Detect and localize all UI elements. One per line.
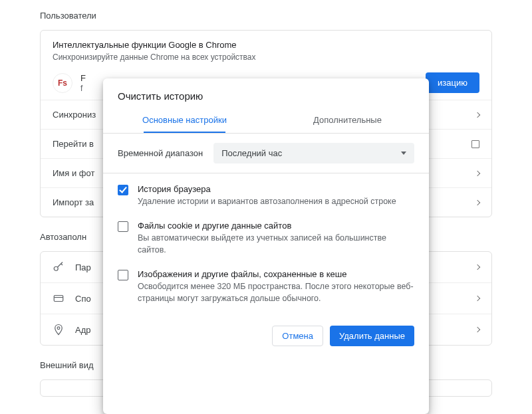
opt-cache-title: Изображения и другие файлы, сохраненные … [138, 269, 414, 279]
key-icon [53, 261, 75, 273]
svg-rect-1 [54, 296, 63, 302]
time-range-label: Временной диапазон [118, 148, 203, 158]
clear-data-button[interactable]: Удалить данные [330, 326, 414, 346]
time-range-select[interactable]: Последний час [213, 143, 414, 163]
checkbox-cookies[interactable] [118, 221, 128, 232]
chevron-right-icon [475, 199, 480, 205]
opt-history-title: История браузера [138, 184, 396, 194]
card-icon [53, 292, 75, 304]
tab-basic[interactable]: Основные настройки [103, 108, 266, 133]
svg-point-0 [54, 266, 58, 270]
options-list: История браузера Удаление истории и вари… [103, 173, 429, 320]
chevron-right-icon [475, 296, 480, 301]
time-range-value: Последний час [221, 148, 282, 158]
cancel-button[interactable]: Отмена [272, 326, 323, 346]
avatar: Fs [53, 73, 72, 93]
svg-point-2 [57, 327, 60, 330]
intro-title: Интеллектуальные функции Google в Chrome [53, 40, 479, 50]
option-cache: Изображения и другие файлы, сохраненные … [118, 269, 414, 304]
dialog-actions: Отмена Удалить данные [103, 326, 429, 361]
enable-sync-button[interactable]: изацию [426, 72, 479, 93]
chevron-right-icon [475, 112, 480, 117]
pin-icon [53, 324, 75, 336]
intro-subtitle: Синхронизируйте данные Chrome на всех ус… [53, 52, 479, 62]
chevron-right-icon [475, 170, 480, 175]
opt-cookies-desc: Вы автоматически выйдете из учетных запи… [138, 232, 414, 256]
dialog-title: Очистить историю [103, 78, 429, 108]
dialog-tabs: Основные настройки Дополнительные [103, 108, 429, 134]
intro-block: Интеллектуальные функции Google в Chrome… [41, 31, 491, 68]
opt-history-desc: Удаление истории и вариантов автозаполне… [138, 195, 396, 207]
section-title-users: Пользователи [40, 11, 492, 21]
option-browsing-history: История браузера Удаление истории и вари… [118, 184, 414, 207]
chevron-right-icon [475, 327, 480, 332]
time-range-row: Временной диапазон Последний час [103, 134, 429, 173]
chevron-down-icon [401, 152, 406, 155]
checkbox-browsing-history[interactable] [118, 185, 128, 195]
tab-advanced[interactable]: Дополнительные [266, 108, 429, 133]
opt-cache-desc: Освободится менее 320 МБ пространства. П… [138, 280, 414, 304]
external-link-icon [471, 140, 479, 148]
option-cookies: Файлы cookie и другие данные сайтов Вы а… [118, 221, 414, 256]
opt-cookies-title: Файлы cookie и другие данные сайтов [138, 221, 414, 231]
chevron-right-icon [475, 264, 480, 270]
clear-data-dialog: Очистить историю Основные настройки Допо… [103, 78, 429, 414]
checkbox-cache[interactable] [118, 270, 128, 280]
